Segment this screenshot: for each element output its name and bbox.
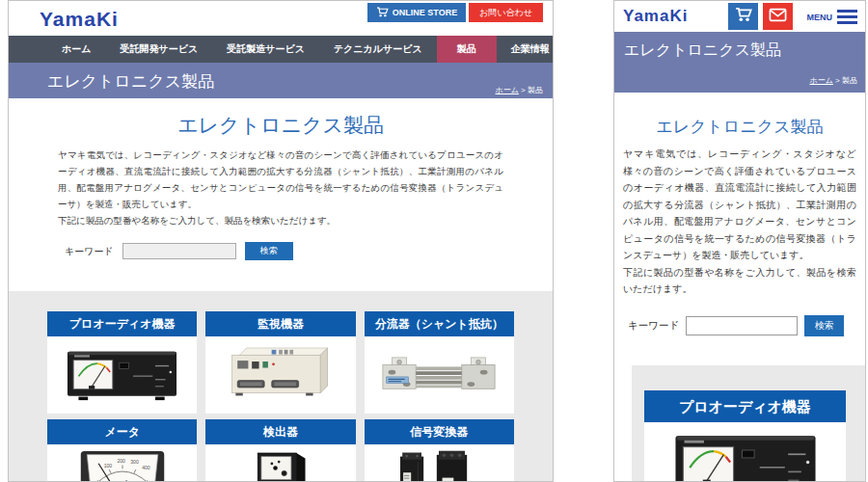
page-title: エレクトロニクス製品 [614,116,865,138]
product-card-detector: 検出器 [205,419,355,482]
product-card-pro-audio: プロオーディオ機器 [47,311,197,414]
search-form: キーワード 検索 [628,315,865,336]
cart-icon [735,7,752,26]
intro-text: ヤマキ電気では、レコーディング・スタジオなど様々の音のシーンで高く評価されている… [58,147,503,228]
intro-paragraph-2: 下記に製品の型番や名称をご入力して、製品を検索いただけます。 [58,212,503,228]
product-link-pro-audio[interactable]: プロオーディオ機器 [644,390,846,422]
product-image-converter [365,444,514,482]
contact-button[interactable]: お問い合わせ [469,3,543,22]
search-button[interactable]: 検索 [245,242,293,260]
product-image-meter: 100 200 300 400 mA [47,444,197,482]
product-card-shunt: 分流器（シャント抵抗） [365,311,514,414]
product-image-monitoring [205,336,355,414]
svg-text:100: 100 [103,464,112,469]
products-section: プロオーディオ機器 [632,365,865,482]
product-image-pro-audio [644,422,846,482]
mail-icon [769,8,787,26]
mail-button[interactable] [763,3,793,30]
breadcrumb-separator: > [521,86,526,94]
cart-icon [376,7,389,19]
breadcrumb: ホーム > 製品 [809,75,857,86]
main-nav: ホーム 受託開発サービス 受託製造サービス テクニカルサービス 製品 企業情報 … [9,36,553,63]
nav-item-development[interactable]: 受託開発サービス [105,36,212,63]
svg-text:400: 400 [142,466,150,471]
search-button[interactable]: 検索 [804,315,844,336]
desktop-view: YamaKi ONLINE STORE お問い合わせ ホーム 受託開発サービス … [8,0,554,482]
logo[interactable]: YamaKi [40,8,119,31]
search-form: キーワード 検索 [65,242,553,260]
screenshot-canvas: YamaKi ONLINE STORE お問い合わせ ホーム 受託開発サービス … [0,0,868,482]
nav-item-products[interactable]: 製品 [437,36,497,63]
hamburger-icon [837,10,857,24]
logo[interactable]: YamaKi [623,7,688,26]
product-link-monitoring[interactable]: 監視機器 [205,311,355,336]
intro-text: ヤマキ電気では、レコーディング・スタジオなど様々の音のシーンで高く評価されている… [614,146,865,298]
breadcrumb-current: 製品 [842,76,857,85]
products-grid: プロオーディオ機器 [47,311,514,482]
product-image-detector [205,444,355,482]
intro-paragraph-2: 下記に製品の型番や名称をご入力して、製品を検索いただけます。 [623,264,856,298]
nav-item-manufacturing[interactable]: 受託製造サービス [212,36,319,63]
search-input[interactable] [686,316,798,335]
product-link-shunt[interactable]: 分流器（シャント抵抗） [365,311,514,336]
banner-title: エレクトロニクス製品 [9,63,553,93]
product-link-converter[interactable]: 信号変換器 [365,419,514,444]
product-card-meter: メータ 100 200 30 [47,419,197,482]
product-card-pro-audio: プロオーディオ機器 [644,390,846,482]
intro-paragraph-1: ヤマキ電気では、レコーディング・スタジオなど様々の音のシーンで高く評価されている… [58,147,503,212]
svg-text:200: 200 [117,458,125,464]
keyword-label: キーワード [628,319,679,333]
menu-label: MENU [807,13,833,22]
banner-title: エレクトロニクス製品 [614,32,865,61]
svg-text:300: 300 [130,459,139,465]
breadcrumb-separator: > [835,76,840,85]
product-card-monitoring: 監視機器 [205,311,355,414]
product-image-shunt [365,336,514,414]
search-input[interactable] [122,243,236,259]
online-store-label: ONLINE STORE [393,8,457,17]
breadcrumb-current: 製品 [528,86,543,94]
cart-button[interactable] [728,3,758,30]
nav-item-home[interactable]: ホーム [47,36,105,63]
nav-item-technical[interactable]: テクニカルサービス [319,36,437,63]
product-link-pro-audio[interactable]: プロオーディオ機器 [47,311,197,336]
product-card-converter: 信号変換器 [365,419,514,482]
product-link-detector[interactable]: 検出器 [205,419,355,444]
page-banner: エレクトロニクス製品 ホーム > 製品 [614,32,865,93]
product-link-meter[interactable]: メータ [47,419,197,444]
nav-item-company[interactable]: 企業情報 [497,36,554,63]
intro-paragraph-1: ヤマキ電気では、レコーディング・スタジオなど様々の音のシーンで高く評価されている… [623,146,856,264]
keyword-label: キーワード [65,245,114,258]
mobile-view: YamaKi MENU エレクトロニクス製品 ホーム > 製品 [613,0,866,482]
page-banner: エレクトロニクス製品 ホーム > 製品 [9,63,553,98]
menu-button[interactable]: MENU [807,10,858,24]
desktop-header: YamaKi ONLINE STORE お問い合わせ [9,1,553,36]
breadcrumb-home-link[interactable]: ホーム [809,76,832,85]
page-title: エレクトロニクス製品 [9,112,553,139]
mobile-header: YamaKi MENU [614,1,865,32]
breadcrumb-home-link[interactable]: ホーム [495,86,518,94]
online-store-button[interactable]: ONLINE STORE [367,3,466,22]
products-section: プロオーディオ機器 [9,291,553,482]
product-image-pro-audio [47,336,197,414]
contact-label: お問い合わせ [479,7,532,19]
breadcrumb: ホーム > 製品 [495,85,543,95]
header-actions: ONLINE STORE お問い合わせ [367,3,543,22]
